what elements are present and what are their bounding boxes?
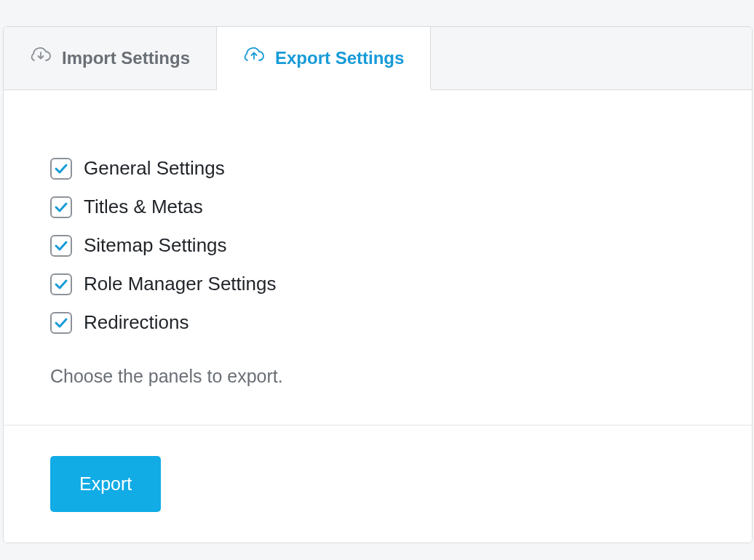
cloud-download-icon — [30, 47, 52, 69]
tabs-bar: Import Settings Export Settings — [4, 27, 752, 90]
tab-import-settings[interactable]: Import Settings — [4, 27, 217, 89]
option-label: Titles & Metas — [84, 196, 203, 218]
tab-content-export: General Settings Titles & Metas Sitemap … — [4, 90, 752, 425]
option-label: Redirections — [84, 311, 189, 334]
option-sitemap-settings[interactable]: Sitemap Settings — [50, 234, 705, 257]
option-titles-metas[interactable]: Titles & Metas — [50, 196, 705, 218]
option-role-manager-settings[interactable]: Role Manager Settings — [50, 273, 705, 295]
settings-panel: Import Settings Export Settings General … — [3, 26, 753, 543]
panel-footer: Export — [4, 425, 752, 543]
checkbox-checked-icon[interactable] — [50, 158, 72, 180]
tab-label: Export Settings — [275, 48, 404, 68]
checkbox-checked-icon[interactable] — [50, 312, 72, 334]
hint-text: Choose the panels to export. — [50, 366, 705, 387]
checkbox-checked-icon[interactable] — [50, 235, 72, 257]
checkbox-checked-icon[interactable] — [50, 273, 72, 295]
tab-label: Import Settings — [62, 48, 190, 68]
option-label: Role Manager Settings — [84, 273, 276, 295]
option-general-settings[interactable]: General Settings — [50, 157, 705, 180]
option-redirections[interactable]: Redirections — [50, 311, 705, 334]
option-label: Sitemap Settings — [84, 234, 227, 257]
cloud-upload-icon — [243, 47, 265, 69]
export-button[interactable]: Export — [50, 456, 161, 512]
option-label: General Settings — [84, 157, 225, 180]
checkbox-checked-icon[interactable] — [50, 196, 72, 218]
tab-export-settings[interactable]: Export Settings — [217, 27, 431, 90]
